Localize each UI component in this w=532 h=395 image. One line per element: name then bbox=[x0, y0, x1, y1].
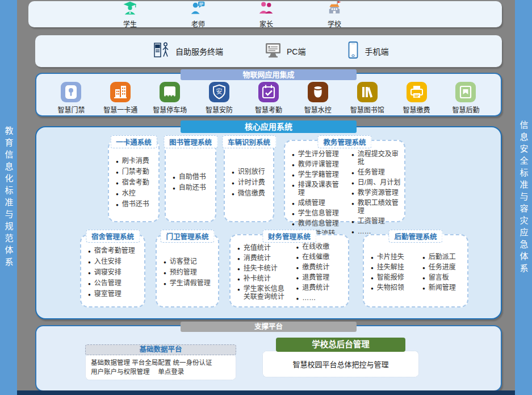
attendance-calendar-icon bbox=[258, 82, 279, 102]
users-panel: 学生 老师 bbox=[28, 1, 502, 27]
feature-item: 借书还书 bbox=[116, 200, 156, 208]
system-box-title: 门卫管理系统 bbox=[160, 230, 214, 243]
feature-item: 新闻管理 bbox=[422, 284, 465, 292]
feature-item: …… bbox=[296, 294, 346, 302]
iot-label: 智慧水控 bbox=[304, 105, 332, 114]
school-admin-content: 智慧校园平台总体把控与管理 bbox=[262, 351, 419, 377]
system-box-title: 车辆识别系统 bbox=[222, 135, 276, 148]
iot-label: 智慧门禁 bbox=[57, 105, 85, 114]
terminal-group-kiosk: 自助服务终端 bbox=[152, 40, 223, 62]
terminal-group-mobile: 手机端 bbox=[346, 41, 388, 61]
parking-icon bbox=[160, 82, 180, 102]
teacher-icon bbox=[190, 0, 206, 18]
iot-item-logistics: 智慧后勤 bbox=[445, 82, 487, 114]
feature-item: 退费管理 bbox=[296, 273, 346, 281]
feature-item: 水控 bbox=[116, 189, 156, 197]
system-box-title: 宿舍管理系统 bbox=[86, 230, 140, 243]
feature-item: 卡片挂失 bbox=[371, 253, 413, 261]
feature-item: 挂失卡统计 bbox=[237, 264, 287, 272]
feature-item: 充值统计 bbox=[237, 244, 287, 252]
feature-list: 宿舍考勤管理入住安排调寝安排公告管理寝室管理 bbox=[81, 235, 144, 306]
terminal-label: 自助服务终端 bbox=[175, 45, 223, 57]
user-label: 学校 bbox=[328, 19, 341, 28]
terminal-label: PC端 bbox=[287, 45, 305, 57]
core-panel-title: 核心应用系统 bbox=[181, 120, 357, 133]
iot-panel: 物联网应用集成 智慧门禁 bbox=[35, 73, 502, 117]
system-box-vehicle: 车辆识别系统 识别放行计时计费微信缴费 bbox=[224, 140, 274, 222]
feature-item: 日/周、月计划 bbox=[351, 178, 402, 186]
iot-item-water: 智慧水控 bbox=[297, 82, 339, 114]
user-label: 家长 bbox=[259, 19, 273, 28]
system-box-title: 图书管理系统 bbox=[164, 135, 217, 148]
smart-campus-architecture-diagram: 教育信息化标准与规范体系 信息安全标准与容灾应急体系 学生 bbox=[0, 0, 532, 395]
system-box-academic: 教务管理系统 学生评分管理教师评课管理学生学籍管理排课及课表管理成绩管理学生信息… bbox=[284, 140, 405, 222]
feature-item: 自助借书 bbox=[173, 173, 213, 181]
feature-item: 后勤派工 bbox=[422, 253, 465, 261]
feature-item: 教师评课管理 bbox=[292, 160, 342, 168]
feature-item: 公告管理 bbox=[88, 279, 142, 287]
feature-item: 刷卡消费 bbox=[116, 157, 156, 165]
feature-item: 识别放行 bbox=[232, 168, 271, 176]
support-panel-title: 支撑平台 bbox=[181, 322, 357, 332]
feature-item: 任务进度 bbox=[422, 263, 465, 271]
feature-item: 微信缴费 bbox=[232, 189, 271, 197]
feature-item: 消费统计 bbox=[237, 254, 287, 262]
iot-item-library: 智慧图书馆 bbox=[346, 82, 388, 114]
iot-item-attendance: 智慧考勤 bbox=[248, 82, 290, 114]
water-control-icon bbox=[308, 82, 328, 102]
iot-item-payment: 智慧缴费 bbox=[396, 82, 438, 114]
feature-list-col1: 卡片挂失挂失解挂智能报修失物招领 bbox=[364, 235, 416, 306]
iot-label: 智慧一卡通 bbox=[103, 105, 137, 114]
iot-item-onecard: 智慧一卡通 bbox=[99, 82, 141, 114]
iot-panel-title: 物联网应用集成 bbox=[181, 69, 357, 80]
iot-label: 智慧考勤 bbox=[255, 105, 282, 114]
terminals-panel: 自助服务终端 PC端 bbox=[35, 35, 502, 67]
system-box-title: 教务管理系统 bbox=[317, 135, 371, 148]
base-platform-line1: 基础数据管理 平台全局配置 统一身份认证 bbox=[91, 358, 231, 367]
library-books-icon bbox=[357, 82, 378, 102]
system-box-title: 后勤管理系统 bbox=[388, 230, 442, 243]
feature-list-col2: 在线收缴在线催缴缴费统计退费管理退费统计…… bbox=[290, 235, 349, 306]
base-platform-line2: 用户账户与权限管理 单点登录 bbox=[91, 367, 231, 376]
feature-item: 缴费统计 bbox=[296, 263, 346, 271]
system-box-onecard: 一卡通系统 刷卡消费门禁考勤宿舍考勤水控借书还书 bbox=[108, 140, 160, 222]
terminal-label: 手机端 bbox=[365, 45, 388, 57]
system-box-logistics: 后勤管理系统 卡片挂失挂失解挂智能报修失物招领 后勤派工任务进度留言板新闻管理 bbox=[363, 234, 468, 307]
terminal-group-pc: PC端 bbox=[264, 41, 305, 61]
iot-icon-row: 智慧门禁 bbox=[47, 82, 491, 114]
feature-item: 访客登记 bbox=[164, 257, 216, 265]
kiosk-icon bbox=[152, 40, 171, 62]
feature-item: 挂失解挂 bbox=[371, 263, 413, 271]
feature-list: 自助借书自助还书 bbox=[166, 141, 215, 221]
payment-printer-icon bbox=[407, 82, 427, 102]
system-box-gate: 门卫管理系统 访客登记预约管理学生请假管理 bbox=[156, 234, 219, 307]
logistics-icon bbox=[455, 82, 476, 102]
user-label: 老师 bbox=[191, 19, 205, 28]
system-box-title: 一卡通系统 bbox=[110, 135, 157, 148]
feature-item: 宿舍考勤管理 bbox=[88, 247, 142, 255]
feature-item: 入住安排 bbox=[88, 257, 142, 265]
feature-item: 流程提交及审批 bbox=[351, 150, 402, 166]
feature-list: 访客登记预约管理学生请假管理 bbox=[157, 235, 218, 306]
right-standard-bar: 信息安全标准与容灾应急体系 bbox=[515, 0, 532, 395]
desktop-icon bbox=[264, 41, 282, 61]
bottom-divider-bar bbox=[14, 390, 532, 395]
feature-item: 排课及课表管理 bbox=[292, 181, 342, 197]
feature-list-col2: 后勤派工任务进度留言板新闻管理 bbox=[416, 235, 467, 306]
feature-list-col2: 流程提交及审批任务管理日/周、月计划教学资源管理教职工绩效管理工资管理…… bbox=[345, 141, 404, 221]
feature-item: 补卡统计 bbox=[237, 275, 287, 282]
onecard-building-icon bbox=[110, 82, 131, 102]
user-group-student: 学生 bbox=[112, 0, 148, 28]
feature-list: 识别放行计时计费微信缴费 bbox=[225, 141, 273, 221]
core-systems-panel: 核心应用系统 一卡通系统 刷卡消费门禁考勤宿舍考勤水控借书还书 图书管理系统 自… bbox=[35, 126, 502, 319]
feature-item: 留言板 bbox=[422, 273, 465, 281]
school-admin-platform: 学校总后台管理 智慧校园平台总体把控与管理 bbox=[262, 338, 419, 377]
support-platform-panel: 支撑平台 基础数据平台 基础数据管理 平台全局配置 统一身份认证 用户账户与权限… bbox=[35, 325, 502, 392]
feature-item: 学生学籍管理 bbox=[292, 171, 342, 178]
feature-item: 学生评分管理 bbox=[292, 150, 342, 158]
user-label: 学生 bbox=[123, 19, 137, 28]
base-data-platform-content: 基础数据管理 平台全局配置 统一身份认证 用户账户与权限管理 单点登录 bbox=[85, 354, 236, 380]
feature-item: 教师信息管理 bbox=[292, 219, 342, 227]
feature-item: 自助还书 bbox=[173, 184, 213, 192]
system-box-dormitory: 宿舍管理系统 宿舍考勤管理入住安排调寝安排公告管理寝室管理 bbox=[80, 234, 145, 307]
